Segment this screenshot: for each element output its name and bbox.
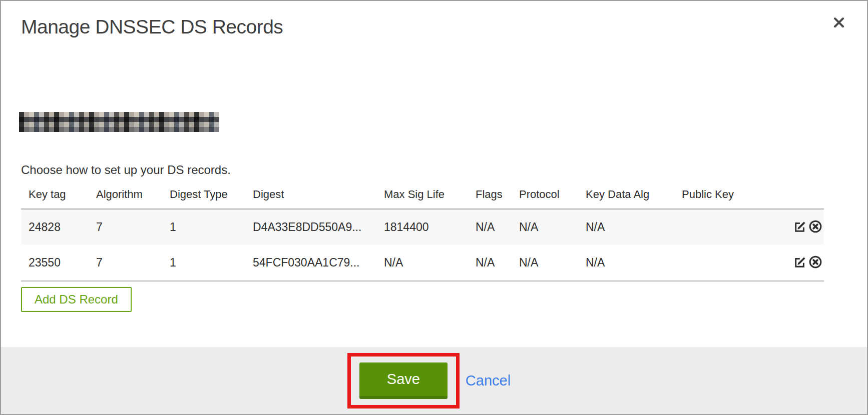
page-title: Manage DNSSEC DS Records	[21, 16, 283, 38]
save-button[interactable]: Save	[359, 362, 448, 399]
cell-max-sig-life: N/A	[376, 244, 468, 281]
col-header-algorithm: Algorithm	[89, 181, 162, 209]
remove-icon	[808, 263, 822, 270]
add-ds-record-button[interactable]: Add DS Record	[21, 287, 132, 312]
col-header-flags: Flags	[468, 181, 512, 209]
cell-protocol: N/A	[512, 244, 578, 281]
col-header-key-tag: Key tag	[21, 181, 89, 209]
remove-icon	[808, 228, 822, 235]
table-row: 24828 7 1 D4A33E8DD550A9... 1814400 N/A …	[21, 209, 824, 244]
cell-key-tag: 23550	[21, 244, 89, 281]
domain-name-redacted	[19, 112, 219, 132]
cell-digest: D4A33E8DD550A9...	[245, 209, 376, 244]
cell-max-sig-life: 1814400	[376, 209, 468, 244]
edit-record-button[interactable]	[793, 255, 808, 270]
row-actions	[789, 209, 824, 244]
col-header-max-sig-life: Max Sig Life	[376, 181, 468, 209]
instruction-text: Choose how to set up your DS records.	[21, 163, 231, 177]
col-header-protocol: Protocol	[512, 181, 578, 209]
table-header-row: Key tag Algorithm Digest Type Digest Max…	[21, 181, 824, 209]
col-header-digest-type: Digest Type	[162, 181, 245, 209]
save-highlight-annotation: Save	[347, 353, 460, 408]
remove-record-button[interactable]	[808, 255, 823, 270]
col-header-public-key: Public Key	[674, 181, 789, 209]
cell-key-data-alg: N/A	[578, 209, 674, 244]
col-header-key-data-alg: Key Data Alg	[578, 181, 674, 209]
modal-footer: Save Cancel	[1, 347, 867, 414]
cell-digest-type: 1	[162, 244, 245, 281]
cell-algorithm: 7	[89, 209, 162, 244]
edit-record-button[interactable]	[793, 220, 808, 235]
cell-key-data-alg: N/A	[578, 244, 674, 281]
manage-dnssec-modal: Manage DNSSEC DS Records Choose how to s…	[0, 0, 868, 415]
remove-record-button[interactable]	[808, 220, 823, 235]
edit-icon	[793, 263, 807, 270]
row-actions	[789, 244, 824, 281]
cell-key-tag: 24828	[21, 209, 89, 244]
cell-digest-type: 1	[162, 209, 245, 244]
close-button[interactable]	[831, 15, 847, 31]
cell-protocol: N/A	[512, 209, 578, 244]
cell-flags: N/A	[468, 244, 512, 281]
cell-digest: 54FCF030AA1C79...	[245, 244, 376, 281]
cancel-link[interactable]: Cancel	[466, 372, 511, 389]
col-header-digest: Digest	[245, 181, 376, 209]
ds-records-table: Key tag Algorithm Digest Type Digest Max…	[21, 181, 824, 282]
edit-icon	[793, 228, 807, 235]
close-icon	[831, 24, 846, 32]
table-row: 23550 7 1 54FCF030AA1C79... N/A N/A N/A …	[21, 244, 824, 281]
cell-public-key	[674, 244, 789, 281]
cell-public-key	[674, 209, 789, 244]
cell-flags: N/A	[468, 209, 512, 244]
col-header-actions	[789, 181, 824, 209]
cell-algorithm: 7	[89, 244, 162, 281]
